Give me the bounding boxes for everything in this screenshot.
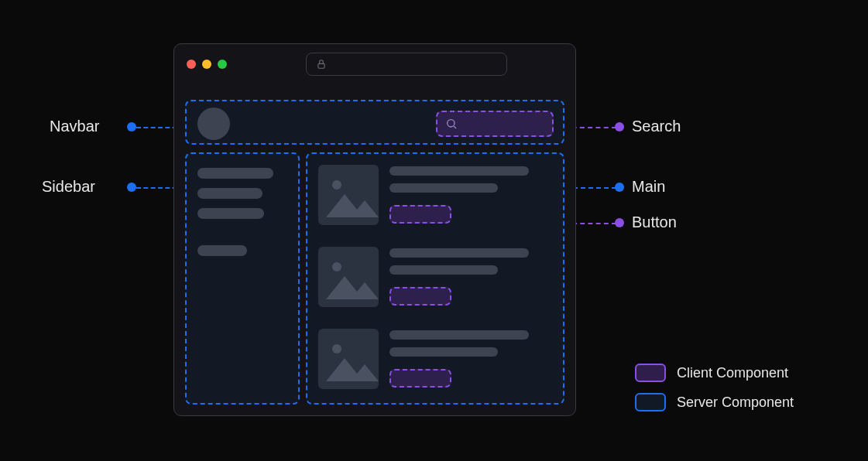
svg-marker-6 <box>326 276 379 299</box>
svg-marker-8 <box>326 358 379 381</box>
window-maximize-dot[interactable] <box>218 60 227 69</box>
callout-navbar-label: Navbar <box>50 118 99 135</box>
avatar <box>197 108 230 140</box>
window-traffic-lights <box>187 60 227 69</box>
svg-point-3 <box>332 180 341 190</box>
text-placeholder <box>389 265 498 275</box>
callout-sidebar-label: Sidebar <box>42 178 95 196</box>
legend-server-label: Server Component <box>677 394 794 411</box>
item-button[interactable] <box>389 287 451 306</box>
svg-rect-0 <box>318 63 324 68</box>
search-icon <box>445 118 458 130</box>
svg-marker-4 <box>326 194 379 217</box>
text-placeholder <box>389 183 498 193</box>
sidebar-region <box>185 152 300 405</box>
sidebar-item[interactable] <box>197 208 264 219</box>
window-minimize-dot[interactable] <box>202 60 211 69</box>
callout-dot <box>127 183 136 192</box>
legend: Client Component Server Component <box>635 364 794 411</box>
browser-window <box>173 43 576 416</box>
window-titlebar <box>174 44 575 84</box>
url-bar[interactable] <box>306 53 507 76</box>
list-item <box>318 247 555 319</box>
item-button[interactable] <box>389 369 451 388</box>
sidebar-item[interactable] <box>197 245 247 256</box>
callout-search-label: Search <box>632 118 681 135</box>
callout-button-label: Button <box>632 213 677 231</box>
legend-server-component: Server Component <box>635 393 794 411</box>
window-close-dot[interactable] <box>187 60 196 69</box>
text-placeholder <box>389 248 529 258</box>
image-placeholder-icon <box>318 165 379 225</box>
list-item <box>318 329 555 401</box>
sidebar-item[interactable] <box>197 188 262 199</box>
callout-main-label: Main <box>632 178 665 196</box>
sidebar-item[interactable] <box>197 168 273 179</box>
navbar-region <box>185 100 564 145</box>
text-placeholder <box>389 347 498 357</box>
text-placeholder <box>389 166 529 176</box>
image-placeholder-icon <box>318 247 379 307</box>
svg-line-2 <box>454 126 456 128</box>
item-button[interactable] <box>389 205 451 224</box>
legend-client-label: Client Component <box>677 365 788 381</box>
svg-point-7 <box>332 344 341 353</box>
search-input[interactable] <box>436 111 554 137</box>
text-placeholder <box>389 330 529 340</box>
callout-dot <box>127 122 136 131</box>
legend-swatch-client <box>635 364 666 382</box>
lock-icon <box>316 59 327 70</box>
list-item <box>318 165 555 237</box>
legend-client-component: Client Component <box>635 364 794 382</box>
svg-point-5 <box>332 262 341 271</box>
legend-swatch-server <box>635 393 666 411</box>
svg-point-1 <box>448 120 455 127</box>
main-region <box>306 152 564 405</box>
image-placeholder-icon <box>318 329 379 389</box>
